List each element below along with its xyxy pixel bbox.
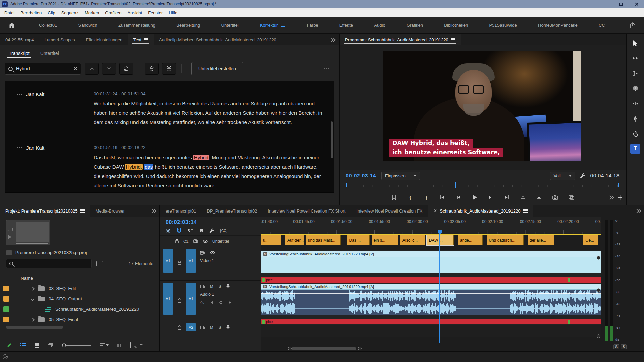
subtab-untertitel[interactable]: Untertitel <box>36 48 63 59</box>
caption-clip-selected[interactable]: DAW ... <box>427 235 454 245</box>
freeform-view-icon[interactable] <box>48 343 54 348</box>
bin-row-05-seq-final[interactable]: 05_SEQ_Final <box>0 314 159 325</box>
panel-menu-icon[interactable] <box>144 38 148 41</box>
track-lock-icon[interactable] <box>175 249 184 277</box>
automate-to-sequence-icon[interactable] <box>117 343 122 347</box>
transcript-search-input[interactable]: Hybrid <box>5 63 81 75</box>
export-frame-icon[interactable] <box>551 193 559 201</box>
add-button-icon[interactable] <box>618 195 622 200</box>
tab-clip-0429[interactable]: 04-29-55 .mp4 <box>0 34 39 45</box>
icon-view-icon[interactable] <box>34 343 40 348</box>
settings-wrench-icon[interactable] <box>580 173 586 179</box>
captions-menu-icon[interactable]: CC <box>220 229 227 233</box>
track-output-icon[interactable] <box>193 239 198 243</box>
workspace-grafiken[interactable]: Grafiken <box>405 21 425 29</box>
caption-clip[interactable]: ande... <box>458 235 483 245</box>
mute-button[interactable]: M <box>210 284 213 288</box>
workspace-collect01[interactable]: Collect01 <box>37 21 59 29</box>
mute-button[interactable]: M <box>210 325 213 329</box>
tab-lumetri-scopes[interactable]: Lumetri-Scopes <box>39 34 80 45</box>
playback-resolution-dropdown[interactable]: Voll <box>550 172 575 180</box>
list-view-icon[interactable] <box>20 343 26 348</box>
video-clip-body[interactable] <box>261 257 601 273</box>
zoom-fit-dropdown[interactable]: Einpassen <box>381 172 420 180</box>
track-eye-icon[interactable] <box>210 251 215 254</box>
pen-tool-icon[interactable] <box>630 114 640 123</box>
track-output-icon[interactable] <box>200 326 205 329</box>
caption-clip[interactable]: u... <box>261 235 281 245</box>
retranscribe-icon[interactable] <box>119 63 133 75</box>
menu-grafiken[interactable]: Grafiken <box>102 10 124 15</box>
project-preview-thumbnail[interactable] <box>6 220 50 245</box>
tab-seq-interview[interactable]: Interview Noel Powell Creation FX <box>351 205 428 217</box>
video-frame[interactable]: DAW Hybrid, das heißt, ich benutze einer… <box>383 51 581 161</box>
clear-search-icon[interactable] <box>73 67 77 71</box>
extract-icon[interactable] <box>535 193 543 201</box>
timeline-current-timecode[interactable]: 00:02:03:14 <box>160 217 261 225</box>
play-button-icon[interactable] <box>471 193 479 201</box>
caption-clip[interactable]: ein s... <box>372 235 398 245</box>
segment-text[interactable]: Das heißt, wir machen hier ein sogenannt… <box>94 153 324 190</box>
tab-projekt-active[interactable]: Projekt: PremiereTranscript20210825 <box>0 205 90 217</box>
solo-left-button[interactable]: S <box>613 344 619 349</box>
tab-seq-schraubfabrik-active[interactable]: Schraubfabrik_AudioMastered_20191220 <box>428 205 533 217</box>
scrollbar-thumb[interactable] <box>291 347 356 350</box>
scrubber-playhead[interactable] <box>455 182 456 188</box>
workspace-korrektur-active[interactable]: Korrektur <box>258 21 287 29</box>
maximize-button[interactable] <box>613 0 629 8</box>
caption-channel-badge[interactable]: C1 <box>183 239 189 243</box>
tab-seq-eretranscript01[interactable]: ereTranscript01 <box>160 205 202 217</box>
sync-status-icon[interactable] <box>3 354 8 359</box>
workspace-home3monpancake[interactable]: Home3MonPancake <box>536 21 580 29</box>
playhead-line[interactable] <box>439 230 440 343</box>
workspace-audio[interactable]: Audio <box>372 21 387 29</box>
workspace-menu-icon[interactable] <box>281 24 285 27</box>
caption-clip[interactable]: Und dadurch... <box>487 235 524 245</box>
menu-ansicht[interactable]: Ansicht <box>125 10 145 15</box>
selection-tool-icon[interactable] <box>630 39 640 48</box>
workspace-bearbeitung[interactable]: Bearbeitung <box>174 21 202 29</box>
linked-selection-icon[interactable] <box>188 228 193 233</box>
track-lock-icon[interactable] <box>175 283 184 318</box>
current-timecode[interactable]: 00:02:03:14 <box>346 173 376 179</box>
tab-seq-dp-premieretranscript02[interactable]: DP_PremiereTranscript02 <box>202 205 263 217</box>
zoom-handle-right[interactable] <box>358 347 362 350</box>
create-captions-button[interactable]: Untertitel erstellen <box>191 62 243 75</box>
audio2-track[interactable] <box>261 325 601 337</box>
audio-clip-title[interactable]: fx VorstellungSchraubfabrik_AudioMastere… <box>261 284 601 290</box>
bin-row-03-seq-edit[interactable]: 03_SEQ_Edit <box>0 283 159 294</box>
speaker-options-icon[interactable] <box>17 147 22 148</box>
subtab-transkript[interactable]: Transkript <box>5 48 34 59</box>
chevron-right-icon[interactable] <box>31 287 34 290</box>
expand-all-icon[interactable] <box>145 63 159 75</box>
voiceover-mic-icon[interactable] <box>226 325 230 330</box>
transport-overflow-icon[interactable] <box>609 196 613 199</box>
find-icon[interactable] <box>130 343 131 348</box>
audio-marker-bar[interactable]: pice <box>261 319 601 324</box>
tab-overflow-icon[interactable] <box>632 208 644 214</box>
track-select-tool-icon[interactable] <box>630 54 640 63</box>
video-clip-title[interactable]: fx VorstellungSchraubfabrik_AudioMastere… <box>261 251 601 257</box>
workspace-cc[interactable]: CC <box>597 21 607 29</box>
vertical-scroll-knob[interactable] <box>597 334 600 338</box>
previous-match-button[interactable] <box>85 63 99 75</box>
transcript-block-1[interactable]: Jan Kalt 00:01:31:24 - 00:01:51:04 Wir h… <box>5 86 334 134</box>
menu-fenster[interactable]: Fenster <box>145 10 166 15</box>
search-bin-icon[interactable] <box>96 261 103 266</box>
transcript-scrollbar[interactable] <box>331 121 333 158</box>
track-name[interactable]: Audio 1 <box>200 292 258 297</box>
tab-seq-interview-short[interactable]: Interview Noel Powell Creation FX Short <box>262 205 351 217</box>
tab-program[interactable]: Programm: Schraubfabrik_AudioMastered_20… <box>340 34 461 45</box>
hand-tool-icon[interactable] <box>630 129 640 138</box>
timeline-settings-wrench-icon[interactable] <box>209 228 214 233</box>
workspace-effekte[interactable]: Effekte <box>337 21 355 29</box>
program-scrubber[interactable] <box>346 182 620 190</box>
menu-bearbeiten[interactable]: Bearbeiten <box>17 10 45 15</box>
ripple-edit-tool-icon[interactable] <box>630 69 640 78</box>
minimize-button[interactable] <box>598 0 613 8</box>
sequence-row-schraubfabrik[interactable]: Schraubfabrik_AudioMastered_20191220 <box>0 304 159 314</box>
track-output-icon[interactable] <box>200 285 205 288</box>
video1-track[interactable]: fx VorstellungSchraubfabrik_AudioMastere… <box>261 250 601 284</box>
target-track-v1[interactable]: V1 <box>186 249 196 273</box>
project-file-row[interactable]: PremiereTranscript20210825.prproj <box>0 245 159 256</box>
